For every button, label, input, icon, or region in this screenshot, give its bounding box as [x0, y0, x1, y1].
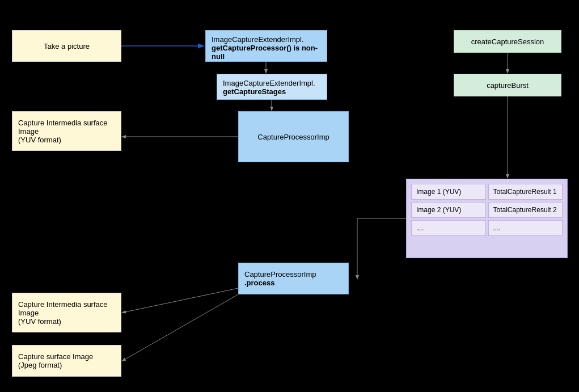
capture-burst-box: captureBurst	[454, 74, 561, 96]
svg-line-8	[122, 288, 238, 313]
table-cell-result1: TotalCaptureResult 1	[488, 184, 563, 200]
take-picture-box: Take a picture	[12, 30, 121, 62]
get-capture-processor-line2: getCaptureProcessor() is non-null	[212, 44, 321, 61]
create-capture-session-box: createCaptureSession	[454, 30, 561, 53]
capture-results-table-container: Image 1 (YUV) TotalCaptureResult 1 Image…	[406, 179, 568, 258]
capture-processor-impl-process-line1: CaptureProcessorImp	[244, 270, 343, 279]
get-capture-stages-line2: getCaptureStages	[223, 87, 321, 96]
capture-processor-impl-process-line2: .process	[244, 279, 343, 287]
capture-intermedia-top-box: Capture Intermedia surface Image (YUV fo…	[12, 111, 121, 151]
create-capture-session-label: createCaptureSession	[471, 37, 544, 46]
get-capture-processor-line1: ImageCaptureExtenderImpl.	[212, 35, 321, 44]
take-picture-label: Take a picture	[44, 42, 90, 50]
capture-burst-label: captureBurst	[487, 81, 529, 90]
capture-intermedia-bottom-line2: (YUV format)	[18, 317, 115, 326]
capture-processor-impl-top-box: CaptureProcessorImp	[238, 111, 349, 162]
get-capture-processor-box: ImageCaptureExtenderImpl. getCaptureProc…	[205, 30, 327, 62]
capture-intermedia-bottom-box: Capture Intermedia surface Image (YUV fo…	[12, 293, 121, 332]
svg-line-9	[122, 294, 238, 361]
table-cell-img1: Image 1 (YUV)	[411, 184, 486, 200]
table-cell-dots1: ....	[411, 220, 486, 236]
capture-intermedia-bottom-line1: Capture Intermedia surface Image	[18, 300, 115, 317]
capture-processor-impl-process-box: CaptureProcessorImp .process	[238, 263, 349, 294]
table-cell-dots2: ....	[488, 220, 563, 236]
capture-results-table: Image 1 (YUV) TotalCaptureResult 1 Image…	[411, 184, 563, 236]
table-cell-result2: TotalCaptureResult 2	[488, 202, 563, 218]
capture-processor-impl-top-label: CaptureProcessorImp	[257, 133, 329, 141]
capture-surface-jpeg-line2: (Jpeg format)	[18, 361, 115, 369]
get-capture-stages-line1: ImageCaptureExtenderImpl.	[223, 79, 321, 87]
table-cell-img2: Image 2 (YUV)	[411, 202, 486, 218]
capture-surface-jpeg-box: Capture surface Image (Jpeg format)	[12, 345, 121, 377]
capture-intermedia-top-line2: (YUV format)	[18, 136, 115, 144]
capture-intermedia-top-line1: Capture Intermedia surface Image	[18, 119, 115, 136]
get-capture-stages-box: ImageCaptureExtenderImpl. getCaptureStag…	[217, 74, 327, 100]
capture-surface-jpeg-line1: Capture surface Image	[18, 352, 115, 361]
